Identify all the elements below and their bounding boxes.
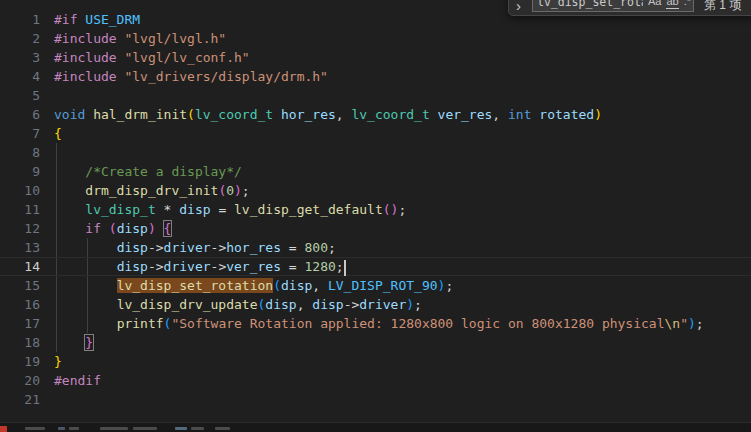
status-text-fragment <box>191 427 204 430</box>
code-text: #endif <box>54 371 101 390</box>
code-text: #if USE_DRM <box>54 10 140 29</box>
code-text: drm_disp_drv_init(0); <box>54 181 250 200</box>
line-number: 18 <box>0 333 54 352</box>
code-text: /*Create a display*/ <box>54 162 242 181</box>
line-number: 5 <box>0 86 54 105</box>
status-text-fragment <box>215 427 230 430</box>
code-line[interactable]: 5 <box>0 86 751 105</box>
code-text: { <box>54 124 62 143</box>
code-line[interactable]: 11 lv_disp_t * disp = lv_disp_get_defaul… <box>0 200 751 219</box>
code-line[interactable]: 8 <box>0 143 751 162</box>
code-line[interactable]: 17 printf("Software Rotation applied: 12… <box>0 314 751 333</box>
code-text: } <box>54 333 93 352</box>
code-text: #include "lv_drivers/display/drm.h" <box>54 67 328 86</box>
code-text: } <box>54 352 62 371</box>
line-number: 3 <box>0 48 54 67</box>
find-input[interactable] <box>537 0 643 9</box>
code-text: printf("Software Rotation applied: 1280x… <box>54 314 704 333</box>
code-area[interactable]: 1#if USE_DRM2#include "lvgl/lvgl.h"3#inc… <box>0 0 751 432</box>
code-line[interactable]: 13 disp->driver->hor_res = 800; <box>0 238 751 257</box>
code-line[interactable]: 6void hal_drm_init(lv_coord_t hor_res, l… <box>0 105 751 124</box>
line-number: 2 <box>0 29 54 48</box>
code-text: #include "lvgl/lvgl.h" <box>54 29 226 48</box>
status-text-fragment <box>25 427 45 430</box>
status-bar <box>0 422 751 432</box>
line-number: 7 <box>0 124 54 143</box>
status-text-fragment <box>133 427 157 430</box>
line-number: 19 <box>0 352 54 371</box>
code-text: void hal_drm_init(lv_coord_t hor_res, lv… <box>54 105 602 124</box>
code-line[interactable]: 9 /*Create a display*/ <box>0 162 751 181</box>
line-number: 15 <box>0 276 54 295</box>
code-text: disp->driver->hor_res = 800; <box>54 238 336 257</box>
status-text-fragment <box>175 427 187 430</box>
code-line[interactable]: 19} <box>0 352 751 371</box>
find-input-wrapper: Aa ab .* <box>532 0 694 12</box>
line-number: 14 <box>0 257 54 276</box>
toggle-replace-chevron-icon[interactable]: › <box>516 0 532 12</box>
whole-word-toggle-icon[interactable]: ab <box>666 0 678 9</box>
code-line[interactable]: 16 lv_disp_drv_update(disp, disp->driver… <box>0 295 751 314</box>
line-number: 20 <box>0 371 54 390</box>
code-text: lv_disp_set_rotation(disp, LV_DISP_ROT_9… <box>54 276 453 295</box>
code-line[interactable]: 10 drm_disp_drv_init(0); <box>0 181 751 200</box>
code-line[interactable]: 4#include "lv_drivers/display/drm.h" <box>0 67 751 86</box>
line-number: 16 <box>0 295 54 314</box>
line-number: 1 <box>0 10 54 29</box>
status-text-fragment <box>69 427 79 430</box>
line-number: 21 <box>0 390 54 409</box>
find-widget: › Aa ab .* 第 1 项 <box>508 0 751 16</box>
line-number: 17 <box>0 314 54 333</box>
find-match-count: 第 1 项 <box>704 0 741 12</box>
code-text: lv_disp_drv_update(disp, disp->driver); <box>54 295 422 314</box>
line-number: 4 <box>0 67 54 86</box>
text-cursor <box>344 260 346 276</box>
code-line[interactable]: 14 disp->driver->ver_res = 1280; <box>0 257 751 276</box>
line-number: 13 <box>0 238 54 257</box>
code-text: if (disp) { <box>54 219 171 238</box>
line-number: 12 <box>0 219 54 238</box>
code-text: disp->driver->ver_res = 1280; <box>54 257 346 276</box>
code-text: #include "lvgl/lv_conf.h" <box>54 48 250 67</box>
code-line[interactable]: 18 } <box>0 333 751 352</box>
status-text-fragment <box>58 427 65 430</box>
code-line[interactable]: 15 lv_disp_set_rotation(disp, LV_DISP_RO… <box>0 276 751 295</box>
line-number: 6 <box>0 105 54 124</box>
line-number: 9 <box>0 162 54 181</box>
code-text: lv_disp_t * disp = lv_disp_get_default()… <box>54 200 406 219</box>
code-line[interactable]: 3#include "lvgl/lv_conf.h" <box>0 48 751 67</box>
match-case-toggle-icon[interactable]: Aa <box>648 0 661 8</box>
line-number: 8 <box>0 143 54 162</box>
regex-toggle-icon[interactable]: .* <box>684 0 691 8</box>
remote-indicator <box>0 426 7 432</box>
code-line[interactable]: 12 if (disp) { <box>0 219 751 238</box>
code-line[interactable]: 2#include "lvgl/lvgl.h" <box>0 29 751 48</box>
line-number: 11 <box>0 200 54 219</box>
status-text-fragment <box>100 427 128 430</box>
code-line[interactable]: 20#endif <box>0 371 751 390</box>
code-line[interactable]: 21 <box>0 390 751 409</box>
line-number: 10 <box>0 181 54 200</box>
code-line[interactable]: 7{ <box>0 124 751 143</box>
